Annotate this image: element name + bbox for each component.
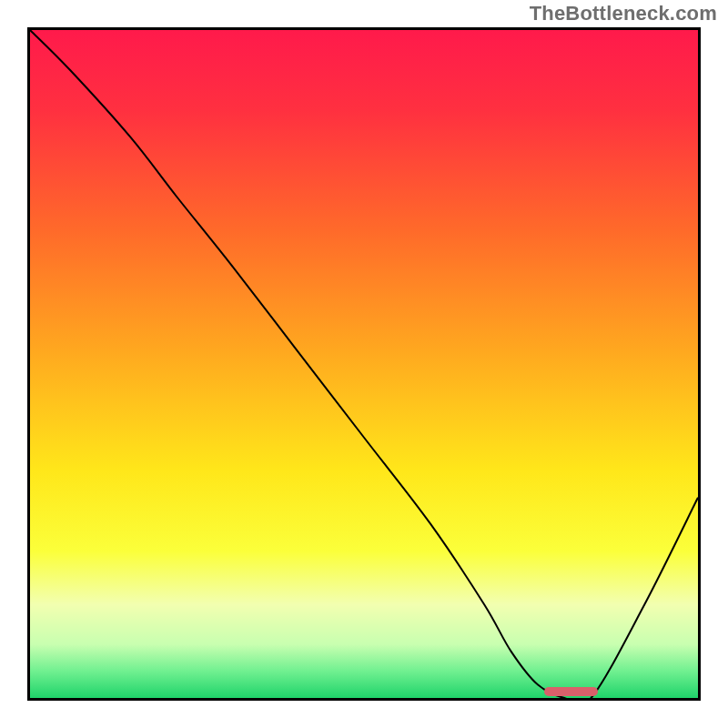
chart-plot-area — [27, 27, 701, 701]
optimum-marker — [544, 687, 598, 696]
curve-line — [30, 30, 698, 698]
watermark-text: TheBottleneck.com — [530, 2, 717, 25]
